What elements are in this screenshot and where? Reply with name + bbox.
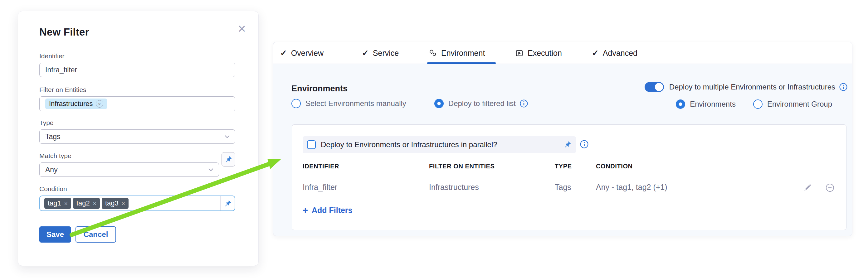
filters-card: Deploy to Environments or Infrastructure… xyxy=(292,125,846,230)
col-header-entities: FILTER ON ENTITIES xyxy=(429,163,495,170)
identifier-value: Infra_filter xyxy=(45,66,77,74)
parallel-checkbox[interactable] xyxy=(307,140,316,149)
radio-environments[interactable] xyxy=(676,100,685,109)
type-select[interactable]: Tags xyxy=(39,129,235,144)
match-type-value: Any xyxy=(45,166,58,174)
deploy-mode-radio-row: Select Environments manually Deploy to f… xyxy=(291,99,528,108)
multi-env-toggle-label: Deploy to multiple Environments or Infra… xyxy=(669,83,835,91)
filter-on-entities-group: Filter on Entities Infrastructures × xyxy=(39,86,235,111)
tag-chip-label: tag2 xyxy=(76,199,90,207)
identifier-group: Identifier Infra_filter xyxy=(39,53,235,77)
multi-env-block: Deploy to multiple Environments or Infra… xyxy=(645,82,848,109)
add-filters-label: Add Filters xyxy=(312,206,352,215)
text-cursor xyxy=(132,199,132,208)
condition-tag-chip[interactable]: tag1 × xyxy=(44,198,71,209)
close-icon[interactable]: × xyxy=(238,22,246,36)
parallel-checkbox-label: Deploy to Environments or Infrastructure… xyxy=(321,140,497,149)
parallel-checkbox-bar: Deploy to Environments or Infrastructure… xyxy=(303,136,576,153)
app-page: New Filter × Identifier Infra_filter Fil… xyxy=(0,0,868,280)
radio-deploy-filtered-label: Deploy to filtered list xyxy=(448,99,516,108)
row-type: Tags xyxy=(555,183,571,192)
modal-title: New Filter xyxy=(39,26,89,38)
tab-label: Overview xyxy=(291,49,323,58)
identifier-label: Identifier xyxy=(39,53,235,60)
environment-tab-content: Environments Select Environments manuall… xyxy=(273,64,852,236)
remove-filter-icon[interactable] xyxy=(825,183,835,193)
match-type-label: Match type xyxy=(39,152,219,160)
col-header-condition: CONDITION xyxy=(596,163,633,170)
tag-chip-label: tag1 xyxy=(48,199,61,207)
pin-icon xyxy=(224,199,232,207)
pin-icon xyxy=(224,155,232,163)
match-type-pin-button[interactable] xyxy=(221,152,235,167)
tab-label: Advanced xyxy=(603,49,638,58)
divider xyxy=(557,139,557,150)
radio-environment-group[interactable] xyxy=(753,100,763,109)
tab-service[interactable]: ✓ Service xyxy=(362,42,399,64)
tag-chip-label: tag3 xyxy=(105,199,119,207)
cancel-button[interactable]: Cancel xyxy=(75,226,116,243)
environment-icon xyxy=(429,49,437,57)
new-filter-modal: New Filter × Identifier Infra_filter Fil… xyxy=(18,11,259,266)
add-filters-button[interactable]: + Add Filters xyxy=(303,205,352,215)
condition-label: Condition xyxy=(39,185,235,193)
info-icon[interactable] xyxy=(839,83,848,91)
tab-label: Environment xyxy=(441,49,485,58)
tab-environment[interactable]: Environment xyxy=(429,42,485,64)
tab-advanced[interactable]: ✓ Advanced xyxy=(592,42,638,64)
entity-chip-label: Infrastructures xyxy=(49,100,93,108)
radio-select-manually[interactable] xyxy=(291,99,301,108)
stage-tabbar: ✓ Overview ✓ Service Environment xyxy=(273,42,852,64)
tab-overview[interactable]: ✓ Overview xyxy=(280,42,323,64)
entity-chip-remove-icon[interactable]: × xyxy=(96,100,103,108)
entity-chip[interactable]: Infrastructures × xyxy=(45,99,107,109)
execution-icon xyxy=(515,49,524,57)
chevron-down-icon xyxy=(224,133,230,140)
tag-remove-icon[interactable]: × xyxy=(64,201,68,206)
chevron-down-icon xyxy=(208,166,214,173)
col-header-identifier: IDENTIFIER xyxy=(303,163,339,170)
check-icon: ✓ xyxy=(592,48,599,58)
row-condition: Any - tag1, tag2 (+1) xyxy=(596,183,668,192)
check-icon: ✓ xyxy=(280,48,287,58)
tag-remove-icon[interactable]: × xyxy=(93,201,96,206)
type-group: Type Tags xyxy=(39,119,235,144)
radio-select-manually-label: Select Environments manually xyxy=(306,99,406,108)
tag-remove-icon[interactable]: × xyxy=(122,201,125,206)
filter-on-entities-input[interactable]: Infrastructures × xyxy=(39,96,235,111)
plus-icon: + xyxy=(303,205,308,215)
identifier-input[interactable]: Infra_filter xyxy=(39,63,235,77)
radio-deploy-filtered[interactable] xyxy=(434,99,444,108)
tab-execution[interactable]: Execution xyxy=(515,42,562,64)
radio-environments-label: Environments xyxy=(690,100,736,108)
env-kind-radio-row: Environments Environment Group xyxy=(676,100,832,109)
multi-env-toggle-row: Deploy to multiple Environments or Infra… xyxy=(645,82,848,92)
parallel-pin-button[interactable] xyxy=(563,140,571,149)
info-icon[interactable] xyxy=(580,140,589,149)
environments-heading: Environments xyxy=(291,84,348,94)
row-entities: Infrastructures xyxy=(429,183,479,192)
edit-filter-icon[interactable] xyxy=(803,183,812,192)
match-type-select[interactable]: Any xyxy=(39,163,219,177)
radio-environment-group-label: Environment Group xyxy=(767,100,832,108)
info-icon[interactable] xyxy=(520,99,528,108)
condition-group: Condition tag1 × tag2 × tag3 × xyxy=(39,185,235,211)
match-type-group: Match type Any xyxy=(39,152,219,177)
condition-tag-chip[interactable]: tag3 × xyxy=(102,198,128,209)
check-icon: ✓ xyxy=(362,48,369,58)
type-label: Type xyxy=(39,119,235,127)
type-value: Tags xyxy=(45,133,61,141)
col-header-type: TYPE xyxy=(555,163,572,170)
filter-on-entities-label: Filter on Entities xyxy=(39,86,235,94)
save-button[interactable]: Save xyxy=(39,226,71,243)
tab-label: Execution xyxy=(528,49,562,58)
condition-tag-chip[interactable]: tag2 × xyxy=(73,198,100,209)
multi-env-toggle[interactable] xyxy=(645,82,664,92)
condition-input[interactable]: tag1 × tag2 × tag3 × xyxy=(39,196,235,211)
stage-config-panel: ✓ Overview ✓ Service Environment xyxy=(273,42,852,236)
condition-pin-button[interactable] xyxy=(220,196,235,210)
tab-label: Service xyxy=(373,49,399,58)
row-identifier: Infra_filter xyxy=(303,183,337,192)
